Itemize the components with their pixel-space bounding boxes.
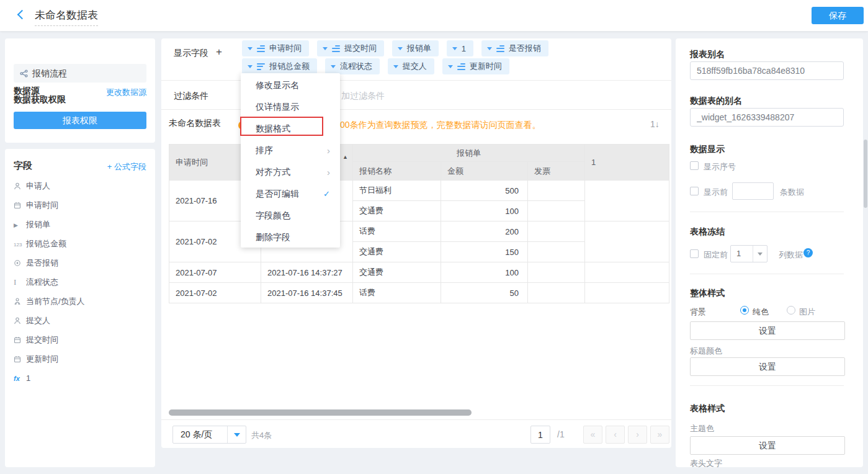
page-number-input[interactable] [530,426,550,444]
sort-icon[interactable]: 1↓ [650,119,660,129]
field-item-flow-status[interactable]: I流程状态 [5,272,155,292]
field-context-menu: 修改显示名 仅详情显示 数据格式 排序› 对齐方式› 是否可编辑✓ 字段颜色 删… [241,73,340,248]
divider [690,274,844,274]
field-item-is-reimbursed[interactable]: 是否报销 [5,253,155,272]
menu-item-alignment[interactable]: 对齐方式› [241,161,340,183]
overall-style-heading: 整体样式 [690,288,725,299]
last-page-button[interactable]: » [650,426,669,444]
chip-expense-form[interactable]: 报销单 [392,40,439,56]
field-item-submitter[interactable]: 提交人 [5,311,155,330]
menu-item-rename[interactable]: 修改显示名 [241,74,340,96]
background-label: 背景 [690,306,706,318]
chip-is-reimbursed[interactable]: 是否报销 [481,40,548,56]
image-label: 图片 [799,306,815,318]
field-item-update-time[interactable]: 更新时间 [5,349,155,369]
field-item-submit-time[interactable]: 提交时间 [5,330,155,349]
freeze-checkbox[interactable] [690,249,699,258]
chevron-down-icon [393,65,398,68]
align-lines-icon [257,45,265,52]
table-row[interactable]: 2021-07-07 2021-07-16 14:37:27 交通费 100 [169,262,669,283]
align-lines-icon [332,45,340,52]
settings-panel: 报表别名 数据表的别名 数据显示 显示序号 显示前 条数据 表格冻结 固定前 1… [676,38,863,467]
row-limit-input[interactable] [732,182,774,200]
field-item-formula-1[interactable]: fx1 [5,369,155,388]
sort-ascending-icon[interactable]: ▲ [342,154,348,160]
check-icon: ✓ [323,183,330,205]
next-page-button[interactable]: › [628,426,647,444]
theme-color-set-button[interactable]: 设置 [690,436,845,455]
back-icon[interactable] [17,10,27,20]
field-chips: 申请时间 提交时间 报销单 1 是否报销 报销总金额 流程状态 提交人 更新时间 [242,40,664,76]
field-item-apply-time[interactable]: 申请时间 [5,195,155,215]
menu-item-editable[interactable]: 是否可编辑✓ [241,183,340,205]
text-cursor-icon: I [14,272,26,292]
table-row[interactable]: 2021-07-02 2021-07-16 14:37:45 话费 50 [169,283,669,303]
col-header-amount[interactable]: 金额 [441,162,528,181]
formula-field-link[interactable]: + 公式字段 [107,161,146,172]
display-fields-label: 显示字段 [174,48,208,59]
divider [690,385,844,386]
field-item-total-amount[interactable]: 123报销总金额 [5,234,155,253]
col-header-invoice[interactable]: 发票 [528,162,585,181]
chip-update-time[interactable]: 更新时间 [442,58,509,74]
image-radio[interactable] [787,306,795,315]
chip-apply-time[interactable]: 申请时间 [242,40,309,56]
add-field-icon[interactable]: + [216,46,222,58]
preview-notice: 00条作为查询数据预览，完整数据请访问页面查看。 [340,120,541,131]
background-set-button[interactable]: 设置 [690,321,845,340]
first-page-button[interactable]: « [583,426,602,444]
data-display-heading: 数据显示 [690,144,725,155]
field-item-applicant[interactable]: 申请人 [5,176,155,195]
flow-icon [20,69,28,78]
show-first-checkbox[interactable] [690,187,699,195]
col-header-name[interactable]: 报销名称 [353,162,441,181]
submenu-arrow-icon: › [327,140,330,161]
show-index-checkbox[interactable] [690,161,699,170]
col-header-group[interactable]: 报销单 [353,145,585,162]
datasource-name: 报销流程 [32,68,67,78]
fields-heading: 字段 [14,160,32,172]
report-alias-input[interactable] [690,61,844,80]
formula-icon: fx [14,369,26,388]
field-item-current-node[interactable]: 当前节点/负责人 [5,292,155,311]
title-color-set-button[interactable]: 设置 [690,357,845,376]
datasource-item[interactable]: 报销流程 [14,64,146,83]
chip-submitter[interactable]: 提交人 [388,58,434,74]
divider [690,212,844,212]
save-button[interactable]: 保存 [812,7,864,24]
fields-card: 字段 + 公式字段 申请人 申请时间 ▶报销单 123报销总金额 是否报销 I流… [5,149,155,467]
menu-item-data-format[interactable]: 数据格式 [241,118,340,140]
menu-item-sort[interactable]: 排序› [241,140,340,161]
chevron-down-icon [323,47,328,50]
field-item-expense-form[interactable]: ▶报销单 [5,215,155,234]
chip-total-amount[interactable]: 报销总金额 [242,58,317,74]
total-count: 共4条 [251,430,272,441]
menu-item-detail-only[interactable]: 仅详情显示 [241,96,340,118]
change-datasource-link[interactable]: 更改数据源 [106,87,146,98]
user-icon [14,311,26,331]
table-style-heading: 表格样式 [690,403,725,414]
user-node-icon [14,292,26,311]
page-size-select[interactable]: 20 条/页 [172,426,246,444]
title-color-label: 标题颜色 [690,346,722,357]
add-filter-placeholder[interactable]: 加过滤条件 [341,91,385,102]
report-permission-button[interactable]: 报表权限 [14,112,146,129]
submenu-arrow-icon: › [327,161,330,183]
freeze-suffix-label: 列数据 [779,249,803,261]
menu-item-delete-field[interactable]: 删除字段 [241,226,340,248]
chevron-down-icon [248,47,253,50]
prev-page-button[interactable]: ‹ [606,426,625,444]
solid-color-radio[interactable] [740,306,749,315]
chip-submit-time[interactable]: 提交时间 [317,40,384,56]
col-header-one[interactable]: 1 [585,145,669,181]
help-icon[interactable]: ? [803,248,813,257]
align-lines-icon [257,63,265,70]
menu-item-field-color[interactable]: 字段颜色 [241,205,340,226]
horizontal-scrollbar[interactable] [169,409,472,416]
freeze-count-select[interactable]: 1 [730,245,767,262]
window-scrollbar[interactable] [864,140,867,208]
chip-flow-status[interactable]: 流程状态 [325,58,380,74]
chevron-down-icon [331,65,336,68]
chip-formula-1[interactable]: 1 [447,40,473,56]
table-alias-input[interactable] [690,108,844,127]
